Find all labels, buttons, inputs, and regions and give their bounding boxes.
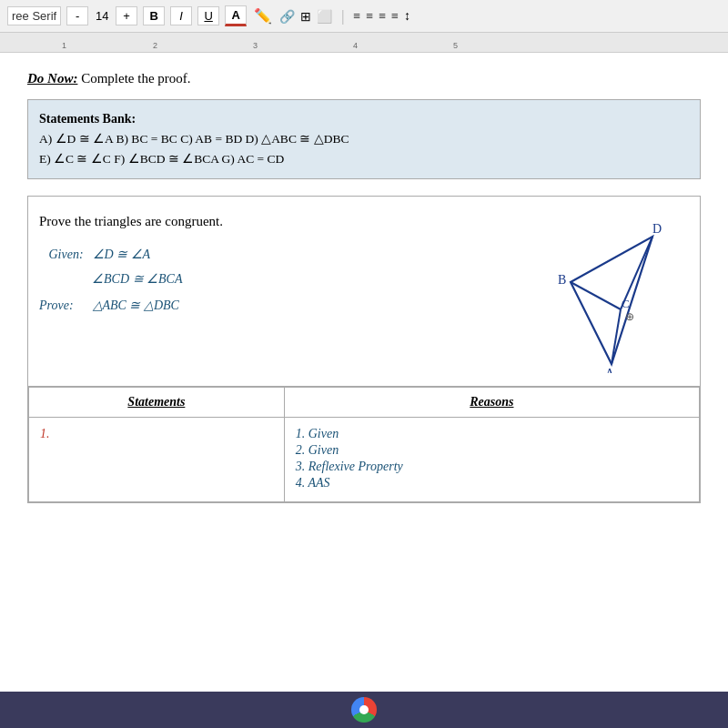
ruler-mark-2: 2 [153,41,157,50]
reason-list: 1. Given 2. Given 3. Reflexive Property … [296,427,688,490]
ruler: 1 2 3 4 5 [0,33,728,53]
ruler-marks: 1 2 3 4 5 [7,33,721,52]
proof-top: Prove the triangles are congruent. Given… [28,197,700,387]
point-A-label: A [605,367,615,373]
proof-section: Prove the triangles are congruent. Given… [27,196,701,503]
prove-text: △ABC ≅ △DBC [89,294,179,317]
italic-button[interactable]: I [170,6,192,25]
font-size-increase-button[interactable]: + [116,6,137,25]
chrome-icon [351,697,377,723]
toolbar-separator: ✏️ [254,7,272,25]
toolbar: ree Serif - 14 + B I U A ✏️ 🔗 ⊞ ⬜ | ≡ ≡ … [0,0,728,33]
link-icon[interactable]: 🔗 [279,9,295,24]
chrome-inner-circle [359,705,369,714]
font-color-button[interactable]: A [225,5,247,26]
ruler-mark-5: 5 [453,41,458,50]
underline-button[interactable]: U [197,6,219,25]
col-header-reasons: Reasons [284,387,699,417]
cursor-icon: ⊕ [625,310,634,323]
stmt-cell: 1. [29,417,285,501]
point-B-label: B [558,273,566,287]
font-size-decrease-button[interactable]: - [66,6,88,25]
col-header-statements: Statements [29,387,285,417]
proof-table: Statements Reasons 1. 1. Given 2. Given … [28,387,700,502]
bottom-bar [0,692,728,728]
align-center-icon[interactable]: ≡ [366,9,373,24]
given-row-1: Given: ∠D ≅ ∠A [39,243,525,266]
align-right-icon[interactable]: ≡ [379,9,386,24]
align-justify-icon[interactable]: ≡ [391,9,399,24]
reason-4: 4. AAS [296,476,688,490]
toolbar-sep2: | [341,8,344,25]
table-row: 1. 1. Given 2. Given 3. Reflexive Proper… [29,417,700,501]
do-now-line: Do Now: Complete the proof. [27,71,701,86]
document-area: Do Now: Complete the proof. Statements B… [0,53,728,692]
bold-button[interactable]: B [143,6,165,25]
reason-3: 3. Reflexive Property [296,460,688,474]
triangle-svg: D B C A ⊕ [534,218,680,373]
statements-bank-title: Statements Bank: [39,109,689,129]
ruler-mark-4: 4 [353,41,358,50]
given-label: Given: [39,243,89,266]
statements-bank-line1: A) ∠D ≅ ∠A B) BC = BC C) AB = BD D) △ABC… [39,129,689,149]
given-text-2: ∠BCD ≅ ∠BCA [92,268,182,290]
given-row-2: ∠BCD ≅ ∠BCA [92,268,525,290]
given-text-1: ∠D ≅ ∠A [89,243,150,266]
reason-1: 1. Given [296,427,688,441]
point-D-label: D [652,222,662,236]
reasons-cell: 1. Given 2. Given 3. Reflexive Property … [284,417,699,501]
font-size-display: 14 [94,9,110,23]
ruler-mark-1: 1 [62,41,66,50]
proof-text-block: Prove the triangles are congruent. Given… [39,209,525,373]
diagram: D B C A ⊕ [525,209,689,373]
do-now-label: Do Now: [27,71,77,86]
table-icon[interactable]: ⊞ [300,9,311,24]
ruler-mark-3: 3 [253,41,258,50]
prove-row: Prove: △ABC ≅ △DBC [39,294,525,317]
proof-title: Prove the triangles are congruent. [39,209,525,234]
image-icon[interactable]: ⬜ [317,9,332,24]
line-spacing-icon[interactable]: ↕ [404,9,410,24]
align-left-icon[interactable]: ≡ [353,9,360,24]
point-C-label: C [622,297,630,310]
font-name[interactable]: ree Serif [7,6,61,25]
statements-bank-line2: E) ∠C ≅ ∠C F) ∠BCD ≅ ∠BCA G) AC = CD [39,149,689,169]
stmt-number: 1. [40,427,50,440]
do-now-text: Complete the proof. [77,71,190,86]
statements-bank-box: Statements Bank: A) ∠D ≅ ∠A B) BC = BC C… [27,99,701,179]
reason-2: 2. Given [296,443,688,458]
svg-marker-0 [571,237,652,364]
prove-label: Prove: [39,294,89,317]
